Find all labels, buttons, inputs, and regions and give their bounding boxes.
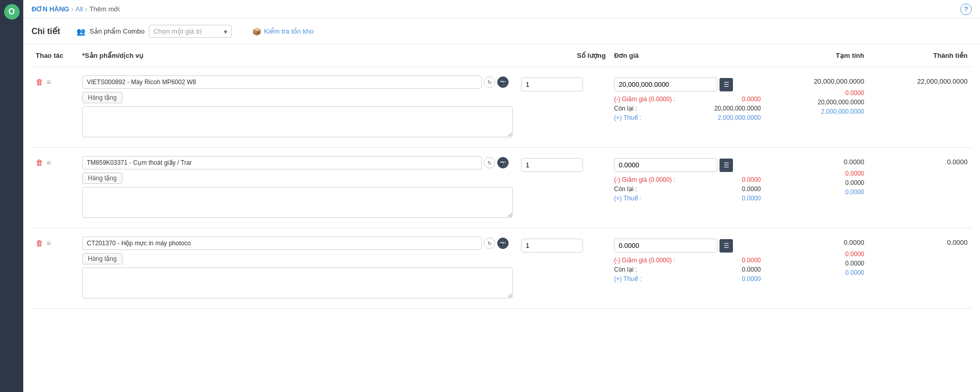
th-thanh-tien: Thành tiền xyxy=(868,50,972,61)
delete-button[interactable]: 🗑 xyxy=(36,239,43,247)
qty-cell xyxy=(517,154,610,174)
table-container: Thao tác *Sản phẩm/dịch vụ Số lượng Đơn … xyxy=(23,44,980,309)
qty-cell xyxy=(517,73,610,93)
discount-label: (-) Giảm giá (0.0000) : xyxy=(614,96,675,103)
th-thao-tac: Thao tác xyxy=(32,50,78,61)
product-name-cell: ↻ 📷 Hàng tặng xyxy=(78,154,517,222)
note-textarea[interactable] xyxy=(82,187,513,218)
breadcrumb-them-moi: Thêm mới xyxy=(89,5,120,13)
breadcrumb-don-hang[interactable]: ĐƠN HÀNG xyxy=(32,5,69,13)
con-lai-label: Còn lại : xyxy=(614,185,637,193)
thue-value: 0.0000 xyxy=(742,275,761,283)
price-cell: ☰ (-) Giảm giá (0.0000) : 0.0000 Còn lại… xyxy=(610,73,765,123)
table-row: 🗑 ≡ ↻ 📷 Hà xyxy=(32,228,972,309)
breadcrumb: ĐƠN HÀNG › All › Thêm mới xyxy=(32,5,119,13)
breadcrumb-sep1: › xyxy=(71,5,73,13)
actions-cell: 🗑 ≡ xyxy=(32,154,78,169)
discount-value: 0.0000 xyxy=(742,96,761,103)
product-name-input[interactable] xyxy=(82,237,482,250)
con-lai-value: 20,000,000.0000 xyxy=(714,105,761,112)
price-input[interactable] xyxy=(614,158,717,172)
thue-label: (+) Thuế : xyxy=(614,195,641,202)
tam-tinh-con-lai: 0.0000 xyxy=(769,260,864,267)
kiem-tra-section[interactable]: 📦 Kiểm tra tồn kho xyxy=(252,27,314,36)
actions-cell: 🗑 ≡ xyxy=(32,73,78,88)
qty-cell xyxy=(517,234,610,255)
price-list-icon[interactable]: ☰ xyxy=(719,239,733,253)
delete-button[interactable]: 🗑 xyxy=(36,77,43,86)
product-name-cell: ↻ 📷 Hàng tặng xyxy=(78,234,517,302)
product-name-icons: ↻ 📷 xyxy=(484,76,509,88)
product-name-icons: ↻ 📷 xyxy=(484,157,509,168)
delete-button[interactable]: 🗑 xyxy=(36,158,43,167)
actions-cell: 🗑 ≡ xyxy=(32,234,78,249)
price-list-icon[interactable]: ☰ xyxy=(719,78,733,91)
help-icon[interactable]: ? xyxy=(960,4,972,15)
tam-tinh-cell: 0.0000 0.0000 0.0000 0.0000 xyxy=(765,234,868,278)
refresh-icon[interactable]: ↻ xyxy=(484,76,495,88)
chi-tiet-title: Chi tiết xyxy=(32,26,60,36)
refresh-icon[interactable]: ↻ xyxy=(484,157,495,168)
con-lai-label: Còn lại : xyxy=(614,105,637,112)
hang-tang-button[interactable]: Hàng tặng xyxy=(82,173,122,184)
thue-label: (+) Thuế : xyxy=(614,114,641,121)
discount-label: (-) Giảm giá (0.0000) : xyxy=(614,176,675,183)
top-bar: ĐƠN HÀNG › All › Thêm mới ? xyxy=(23,0,980,19)
con-lai-label: Còn lại : xyxy=(614,266,637,273)
main-content: ĐƠN HÀNG › All › Thêm mới ? Chi tiết 👥 S… xyxy=(23,0,980,392)
drag-handle[interactable]: ≡ xyxy=(47,78,51,86)
product-name-input[interactable] xyxy=(82,75,482,89)
kiem-tra-label: Kiểm tra tồn kho xyxy=(264,27,314,35)
product-name-cell: ↻ 📷 Hàng tặng xyxy=(78,73,517,141)
table-row: 🗑 ≡ ↻ 📷 Hà xyxy=(32,67,972,148)
app-logo: O xyxy=(4,4,20,20)
combo-select[interactable]: Chọn một giá trị xyxy=(149,25,232,38)
thanh-tien-value: 0.0000 xyxy=(872,239,968,246)
discount-label: (-) Giảm giá (0.0000) : xyxy=(614,257,675,264)
qty-input[interactable] xyxy=(521,239,583,253)
combo-label: Sản phẩm Combo xyxy=(89,27,144,35)
tam-tinh-cell: 0.0000 0.0000 0.0000 0.0000 xyxy=(765,154,868,198)
image-icon[interactable]: 📷 xyxy=(497,238,509,249)
thanh-tien-value: 0.0000 xyxy=(872,158,968,166)
combo-select-wrapper: Chọn một giá trị xyxy=(149,25,232,38)
thue-value: 2,000,000.0000 xyxy=(718,114,761,121)
tam-tinh-value: 0.0000 xyxy=(769,158,864,166)
tam-tinh-thue: 0.0000 xyxy=(769,269,864,276)
price-input[interactable] xyxy=(614,239,717,253)
thue-label: (+) Thuế : xyxy=(614,275,641,283)
table-header: Thao tác *Sản phẩm/dịch vụ Số lượng Đơn … xyxy=(32,44,972,67)
drag-handle[interactable]: ≡ xyxy=(47,239,51,247)
price-cell: ☰ (-) Giảm giá (0.0000) : 0.0000 Còn lại… xyxy=(610,234,765,285)
tam-tinh-discount: 0.0000 xyxy=(769,89,864,97)
drag-handle[interactable]: ≡ xyxy=(47,159,51,167)
price-list-icon[interactable]: ☰ xyxy=(719,159,733,172)
note-textarea[interactable] xyxy=(82,106,513,137)
tam-tinh-con-lai: 20,000,000.0000 xyxy=(769,99,864,106)
note-textarea[interactable] xyxy=(82,268,513,299)
image-icon[interactable]: 📷 xyxy=(497,76,509,88)
product-name-icons: ↻ 📷 xyxy=(484,238,509,249)
qty-input[interactable] xyxy=(521,158,583,172)
chi-tiet-header: Chi tiết 👥 Sản phẩm Combo Chọn một giá t… xyxy=(23,19,980,44)
tam-tinh-value: 0.0000 xyxy=(769,239,864,246)
qty-input[interactable] xyxy=(521,77,583,91)
tam-tinh-thue: 2,000,000.0000 xyxy=(769,108,864,115)
product-name-input[interactable] xyxy=(82,156,482,169)
hang-tang-button[interactable]: Hàng tặng xyxy=(82,92,122,103)
image-icon[interactable]: 📷 xyxy=(497,157,509,168)
discount-value: 0.0000 xyxy=(742,257,761,264)
refresh-icon[interactable]: ↻ xyxy=(484,238,495,249)
tam-tinh-discount: 0.0000 xyxy=(769,170,864,177)
breadcrumb-all[interactable]: All xyxy=(75,5,83,13)
tam-tinh-discount: 0.0000 xyxy=(769,250,864,258)
price-cell: ☰ (-) Giảm giá (0.0000) : 0.0000 Còn lại… xyxy=(610,154,765,204)
thanh-tien-value: 22,000,000.0000 xyxy=(872,77,968,85)
th-san-pham: *Sản phẩm/dịch vụ xyxy=(78,50,517,61)
thanh-tien-cell: 0.0000 xyxy=(868,154,972,168)
hang-tang-button[interactable]: Hàng tặng xyxy=(82,253,122,264)
thanh-tien-cell: 22,000,000.0000 xyxy=(868,73,972,87)
tam-tinh-thue: 0.0000 xyxy=(769,189,864,196)
san-pham-combo-section: 👥 Sản phẩm Combo Chọn một giá trị xyxy=(76,25,231,38)
price-input[interactable] xyxy=(614,77,717,91)
